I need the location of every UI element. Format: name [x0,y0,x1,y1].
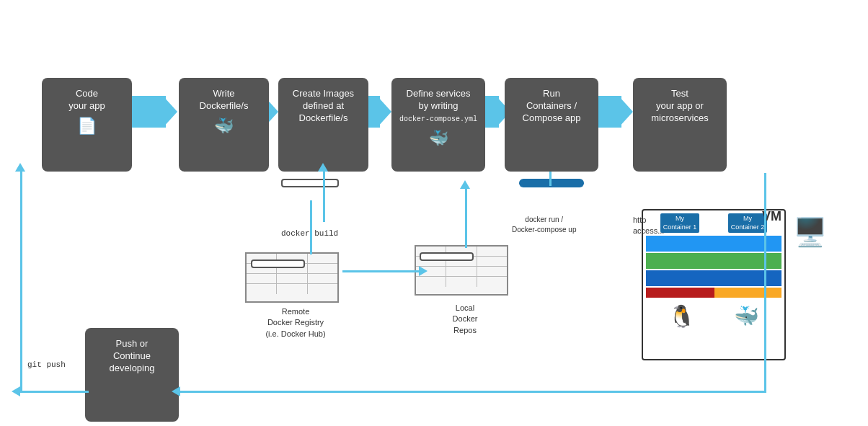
step-2-box: WriteDockerfile/s 🐳 [179,78,269,172]
step-1-box: Codeyour app 📄 [42,78,132,172]
step-4-box: Define servicesby writingdocker-compose.… [391,78,485,172]
step-7-label: Push orContinuedeveloping [110,338,155,375]
base-images-box [251,259,305,268]
line-step5-to-containers [549,172,552,186]
arrowhead-1-2 [163,96,177,128]
step-4-icon: 🐳 [429,129,448,148]
arrowhead-back-up [15,163,25,172]
http-access-label: httpaccess... [633,215,664,237]
linux-penguin-icon: 🐧 [668,303,695,329]
step-5-label: RunContainers /Compose app [523,88,581,125]
step-1-icon: 📄 [77,117,97,136]
my-images-1-box [281,179,339,187]
line-step3-down [323,172,325,222]
arrowhead-to-local [419,266,428,276]
step-7-box: Push orContinuedeveloping [85,328,179,422]
step-2-icon: 🐳 [214,117,234,136]
step-5-box: RunContainers /Compose app [505,78,598,172]
remote-registry-label: RemoteDocker Registry(i.e. Docker Hub) [249,306,342,340]
page-title [0,0,868,22]
line-registry-to-local [342,270,420,272]
step-6-label: Testyour app ormicroservices [651,88,708,125]
line-images-to-registry [310,200,312,254]
arrowhead-3-4 [377,96,391,128]
my-containers-box [519,179,584,187]
step-1-label: Codeyour app [68,88,105,112]
git-push-label: git push [27,360,66,369]
local-repos-label: LocalDockerRepos [418,303,512,336]
docker-run-label: docker run /Docker-compose up [512,215,576,235]
line-gitpush-left [20,391,89,393]
line-return-bottom [180,391,766,393]
line-return-right-down [764,173,766,393]
docker-whale-icon: 🐳 [734,304,759,328]
step-6-box: Testyour app ormicroservices [633,78,727,172]
arrowhead-to-containers [460,180,470,189]
arrowhead-return-left [172,386,180,396]
line-step1-left-down [20,172,22,391]
step-3-box: Create Imagesdefined atDockerfile/s [278,78,368,172]
line-local-to-containers [465,189,467,248]
vm-monitor-icon: 🖥️ [793,216,827,248]
step-4-label: Define servicesby writingdocker-compose.… [399,88,477,125]
my-images-2-box [420,252,474,261]
step-3-label: Create Imagesdefined atDockerfile/s [293,88,354,125]
arrow-1-2 [128,96,166,128]
workflow-area: Codeyour app 📄 WriteDockerfile/s 🐳 Creat… [0,22,868,389]
arrowhead-5-6 [619,96,633,128]
step-2-label: WriteDockerfile/s [200,88,249,112]
arrowhead-gitpush-left [12,386,20,396]
arrowhead-step3-up [318,163,328,172]
my-container1-label: MyContainer 1 [660,213,700,233]
